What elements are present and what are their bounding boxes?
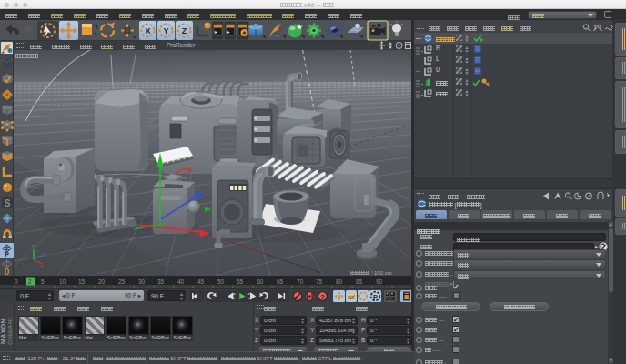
svg-text:35: 35	[157, 278, 165, 285]
svg-text:80: 80	[336, 278, 343, 285]
svg-text:55: 55	[237, 278, 244, 285]
svg-text:40: 40	[177, 278, 185, 285]
svg-text:(): ()	[5, 267, 10, 275]
svg-text:▸: ▸	[215, 29, 217, 35]
svg-text:10: 10	[59, 278, 66, 285]
svg-text:Z: Z	[42, 252, 45, 258]
svg-text:30: 30	[138, 278, 146, 285]
svg-text:Y: Y	[163, 26, 168, 35]
svg-text:▸: ▸	[227, 29, 230, 35]
svg-text:Z: Z	[182, 26, 187, 35]
svg-text:X: X	[145, 26, 150, 35]
svg-text:70: 70	[297, 278, 304, 285]
svg-text:65: 65	[277, 278, 284, 285]
svg-text:?: ?	[320, 293, 325, 301]
svg-text:S: S	[5, 198, 11, 208]
svg-text:0: 0	[15, 278, 18, 285]
svg-text:2: 2	[28, 278, 32, 285]
svg-text:P: P	[5, 251, 9, 258]
svg-text:75: 75	[316, 278, 323, 285]
svg-text:60: 60	[257, 278, 264, 285]
svg-text:P: P	[373, 293, 378, 301]
svg-text:15: 15	[78, 278, 86, 285]
svg-text:5: 5	[41, 278, 45, 285]
svg-text:85: 85	[356, 278, 363, 285]
svg-text:20: 20	[98, 278, 106, 285]
svg-text:90: 90	[376, 278, 383, 285]
svg-text:50: 50	[217, 278, 225, 285]
svg-text:45: 45	[197, 278, 205, 285]
svg-text:25: 25	[118, 278, 126, 285]
